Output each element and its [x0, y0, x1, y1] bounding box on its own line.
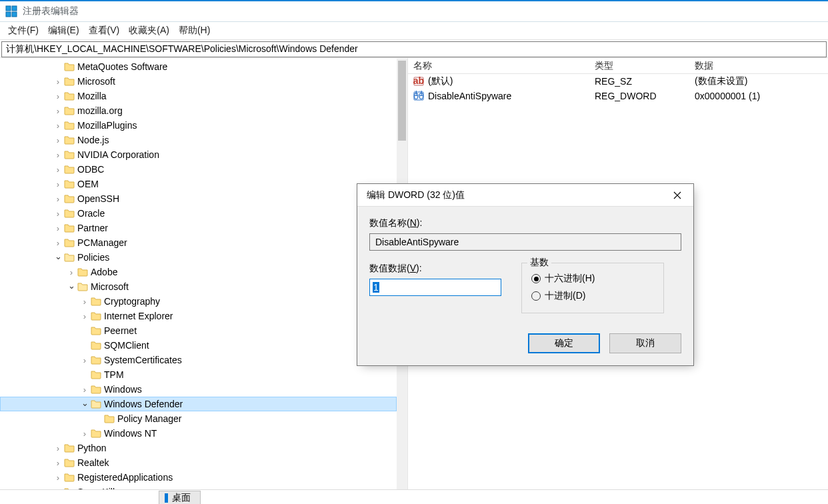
folder-icon — [64, 237, 75, 248]
address-bar[interactable]: 计算机\HKEY_LOCAL_MACHINE\SOFTWARE\Policies… — [1, 41, 827, 57]
dialog-titlebar[interactable]: 编辑 DWORD (32 位)值 — [357, 184, 693, 207]
tree-item-label: OEM — [77, 179, 99, 189]
chevron-right-icon[interactable]: › — [53, 77, 63, 87]
tree-item[interactable]: › Internet Explorer — [0, 309, 397, 323]
tree-item-label: RegisteredApplications — [77, 472, 173, 483]
radix-hex-radio[interactable]: 十六进制(H) — [531, 270, 654, 287]
tree-item-label: OpenSSH — [77, 193, 119, 204]
value-data-input[interactable]: 1 — [369, 279, 501, 296]
folder-icon — [64, 105, 75, 116]
chevron-right-icon[interactable]: › — [53, 443, 63, 453]
cancel-button[interactable]: 取消 — [609, 333, 681, 353]
tree-item[interactable]: › SystemCertificates — [0, 353, 397, 367]
chevron-right-icon[interactable]: › — [80, 311, 89, 321]
tree-item[interactable]: › Oracle — [0, 206, 397, 221]
column-data[interactable]: 数据 — [695, 60, 828, 72]
tree-item-label: SystemCertificates — [104, 355, 182, 365]
radix-dec-radio[interactable]: 十进制(D) — [531, 287, 654, 305]
close-button[interactable] — [668, 188, 687, 203]
chevron-right-icon[interactable]: › — [53, 223, 63, 233]
tree-item[interactable]: › Adobe — [0, 265, 397, 279]
tree-item-label: NVIDIA Corporation — [77, 149, 159, 160]
tree-item[interactable]: TPM — [0, 367, 397, 382]
tree-item[interactable]: › PCManager — [0, 235, 397, 250]
svg-rect-3 — [12, 12, 17, 17]
tree-item-label: Microsoft — [91, 281, 129, 292]
column-type[interactable]: 类型 — [595, 60, 695, 72]
chevron-right-icon[interactable]: › — [53, 194, 63, 204]
chevron-right-icon[interactable]: › — [53, 150, 63, 160]
chevron-right-icon[interactable]: › — [53, 121, 63, 131]
menu-file[interactable]: 文件(F) — [8, 25, 39, 37]
tree-item[interactable]: Peernet — [0, 323, 397, 338]
tree-item[interactable]: › Microsoft — [0, 74, 397, 89]
tree-panel: MetaQuotes Software› Microsoft› Mozilla›… — [0, 58, 408, 489]
chevron-down-icon[interactable]: ⌄ — [80, 398, 89, 408]
value-row[interactable]: ab(默认)REG_SZ(数值未设置) — [408, 74, 828, 89]
svg-text:ab: ab — [413, 76, 424, 86]
chevron-right-icon[interactable]: › — [53, 209, 63, 219]
tree-item-label: Windows — [104, 384, 142, 395]
tree-item[interactable]: › SuperKiller — [0, 485, 397, 489]
tree-item[interactable]: › MozillaPlugins — [0, 118, 397, 133]
tree-item-label: Python — [77, 443, 107, 453]
tree-item[interactable]: › Windows — [0, 382, 397, 397]
tree-item[interactable]: SQMClient — [0, 338, 397, 353]
chevron-right-icon[interactable]: › — [80, 429, 89, 439]
chevron-right-icon[interactable]: › — [53, 458, 63, 468]
chevron-right-icon[interactable]: › — [53, 473, 63, 483]
chevron-right-icon[interactable]: › — [53, 91, 63, 101]
chevron-right-icon[interactable]: › — [80, 355, 89, 365]
tree-item[interactable]: › RegisteredApplications — [0, 470, 397, 485]
tree-item[interactable]: › NVIDIA Corporation — [0, 147, 397, 162]
tree-item[interactable]: › OpenSSH — [0, 191, 397, 206]
folder-icon — [64, 193, 75, 204]
scrollbar-thumb[interactable] — [398, 61, 406, 141]
tree-item[interactable]: › Cryptography — [0, 294, 397, 309]
chevron-right-icon[interactable]: › — [53, 106, 63, 116]
tree-item[interactable]: › Mozilla — [0, 89, 397, 103]
chevron-right-icon[interactable]: › — [53, 135, 63, 145]
chevron-right-icon[interactable]: › — [53, 238, 63, 248]
chevron-right-icon[interactable]: › — [53, 179, 63, 189]
tree-item-label: MozillaPlugins — [77, 120, 137, 131]
tree-item[interactable]: ⌄ Microsoft — [0, 279, 397, 294]
value-name-input[interactable] — [369, 233, 681, 251]
tree-item[interactable]: › OEM — [0, 177, 397, 191]
column-name[interactable]: 名称 — [413, 60, 595, 72]
tree-item[interactable]: › Realtek — [0, 455, 397, 470]
tree-item[interactable]: › mozilla.org — [0, 103, 397, 118]
tree-item[interactable]: ⌄ Policies — [0, 250, 397, 265]
tree-item[interactable]: › Node.js — [0, 133, 397, 147]
chevron-right-icon[interactable]: › — [53, 165, 63, 175]
folder-icon — [91, 311, 101, 321]
tree-item[interactable]: ⌄ Windows Defender — [0, 397, 397, 411]
menu-edit[interactable]: 编辑(E) — [48, 25, 79, 37]
tree-item[interactable]: › Python — [0, 441, 397, 455]
taskbar-item-desktop[interactable]: 桌面 — [159, 491, 201, 504]
tree-item[interactable]: › ODBC — [0, 162, 397, 177]
title-bar: 注册表编辑器 — [0, 0, 828, 22]
chevron-right-icon[interactable]: › — [80, 385, 89, 395]
chevron-right-icon[interactable]: › — [80, 297, 89, 307]
tree-item[interactable]: › Windows NT — [0, 426, 397, 441]
value-row[interactable]: 01101001DisableAntiSpywareREG_DWORD0x000… — [408, 89, 828, 103]
tree-item[interactable]: › Partner — [0, 221, 397, 235]
tree[interactable]: MetaQuotes Software› Microsoft› Mozilla›… — [0, 59, 397, 489]
value-data: 0x00000001 (1) — [695, 91, 828, 101]
regedit-icon — [5, 5, 17, 17]
tree-item[interactable]: Policy Manager — [0, 411, 397, 426]
chevron-down-icon[interactable]: ⌄ — [53, 251, 63, 261]
tree-item[interactable]: MetaQuotes Software — [0, 59, 397, 74]
menu-favorites[interactable]: 收藏夹(A) — [129, 25, 169, 37]
ok-button[interactable]: 确定 — [528, 333, 600, 353]
chevron-right-icon[interactable]: › — [67, 267, 76, 277]
reg-sz-icon: ab — [413, 76, 424, 87]
folder-icon — [64, 149, 75, 160]
values-list[interactable]: ab(默认)REG_SZ(数值未设置)01101001DisableAntiSp… — [408, 74, 828, 103]
taskbar: 桌面 — [0, 489, 828, 504]
menu-view[interactable]: 查看(V) — [89, 25, 120, 37]
chevron-down-icon[interactable]: ⌄ — [67, 281, 76, 291]
menu-help[interactable]: 帮助(H) — [179, 25, 210, 37]
folder-icon — [64, 91, 75, 101]
